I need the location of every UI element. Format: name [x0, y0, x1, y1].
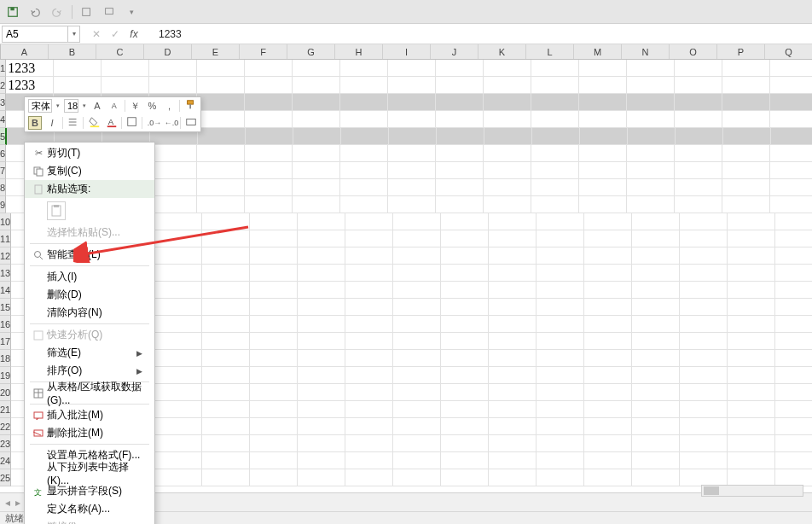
cell[interactable] [202, 435, 250, 452]
column-header[interactable]: F [240, 44, 287, 59]
cell[interactable] [680, 350, 728, 367]
cell[interactable] [298, 367, 345, 384]
column-header[interactable]: D [144, 44, 192, 59]
cell[interactable] [197, 77, 245, 94]
menu-delete[interactable]: 删除(D) [25, 286, 154, 304]
row-header[interactable]: 24 [0, 452, 11, 469]
row-header[interactable]: 9 [0, 196, 6, 213]
column-header[interactable]: K [478, 44, 526, 59]
cell[interactable] [197, 179, 245, 196]
menu-copy[interactable]: 复制(C) [25, 162, 154, 180]
column-header[interactable]: A [1, 44, 49, 59]
cell[interactable] [680, 452, 728, 469]
row-header[interactable]: 17 [0, 333, 11, 350]
cell[interactable] [345, 316, 393, 333]
cell[interactable] [489, 316, 536, 333]
cell[interactable] [197, 196, 245, 213]
cell[interactable] [441, 350, 489, 367]
redo-button[interactable] [49, 4, 65, 20]
cell[interactable] [770, 77, 812, 94]
cell[interactable] [579, 179, 627, 196]
cell[interactable] [250, 247, 298, 265]
cell[interactable] [54, 77, 102, 94]
cell[interactable] [202, 282, 250, 299]
cell[interactable] [154, 469, 202, 486]
cell[interactable] [293, 162, 340, 179]
cell[interactable] [584, 333, 632, 350]
row-header[interactable]: 21 [0, 401, 11, 418]
qat-icon-2[interactable] [102, 4, 117, 20]
cell[interactable] [584, 247, 632, 265]
cell[interactable] [728, 333, 775, 350]
column-header[interactable]: I [383, 44, 431, 59]
font-name-input[interactable]: 宋体 [28, 99, 52, 113]
cell[interactable] [202, 333, 250, 350]
name-box-dropdown[interactable]: ▾ [68, 26, 80, 43]
increase-font-button[interactable]: A [90, 100, 104, 112]
cell[interactable] [393, 282, 441, 299]
cell[interactable] [579, 77, 627, 94]
cell[interactable] [728, 367, 775, 384]
cell[interactable] [250, 316, 298, 333]
cell[interactable] [250, 213, 298, 230]
cell[interactable] [632, 367, 680, 384]
cell[interactable] [393, 265, 441, 282]
cell[interactable] [675, 111, 722, 128]
cell[interactable] [389, 128, 437, 145]
cell[interactable] [245, 111, 293, 128]
cell[interactable] [584, 469, 632, 486]
cell[interactable] [775, 213, 812, 230]
cell[interactable] [441, 299, 489, 316]
horizontal-scrollbar[interactable] [701, 485, 803, 497]
cell[interactable] [584, 350, 632, 367]
cell[interactable] [484, 111, 531, 128]
cell[interactable] [293, 128, 341, 145]
formula-bar-value[interactable]: 1233 [159, 28, 182, 40]
cell[interactable] [393, 367, 441, 384]
paste-option-button[interactable] [47, 201, 66, 220]
cell[interactable] [680, 213, 728, 230]
cell[interactable] [584, 418, 632, 435]
cell[interactable] [154, 452, 202, 469]
cell[interactable] [627, 196, 675, 213]
format-painter-button[interactable] [183, 98, 197, 114]
cell[interactable] [484, 179, 531, 196]
cell[interactable] [149, 196, 197, 213]
cell[interactable] [441, 265, 489, 282]
cell[interactable] [293, 111, 340, 128]
cell[interactable] [627, 94, 675, 111]
cell[interactable] [680, 401, 728, 418]
cell[interactable] [770, 196, 812, 213]
cell[interactable] [531, 179, 579, 196]
menu-filter[interactable]: 筛选(E)▶ [25, 344, 154, 362]
cell[interactable] [632, 401, 680, 418]
cell[interactable] [345, 401, 393, 418]
cell[interactable] [54, 60, 102, 77]
cell[interactable] [436, 111, 484, 128]
cell[interactable] [154, 265, 202, 282]
cell[interactable] [531, 94, 579, 111]
menu-get-data-from-table[interactable]: 从表格/区域获取数据(G)... [25, 384, 154, 402]
cell[interactable] [584, 401, 632, 418]
column-header[interactable]: M [574, 44, 622, 59]
cell[interactable] [728, 384, 775, 401]
cell[interactable] [250, 350, 298, 367]
cell[interactable] [154, 418, 202, 435]
cell[interactable] [340, 179, 388, 196]
cell[interactable] [489, 469, 536, 486]
cell[interactable] [632, 316, 680, 333]
cell[interactable] [489, 452, 536, 469]
cell[interactable] [197, 162, 245, 179]
cell[interactable] [298, 265, 345, 282]
cell[interactable] [436, 162, 484, 179]
cell[interactable] [388, 77, 436, 94]
align-button[interactable] [66, 115, 79, 131]
column-header[interactable]: G [287, 44, 335, 59]
row-header[interactable]: 16 [0, 316, 11, 333]
cell[interactable]: 1233 [6, 60, 54, 77]
column-header[interactable]: P [717, 44, 765, 59]
cell[interactable] [728, 213, 775, 230]
cell[interactable] [627, 145, 675, 162]
cell[interactable] [775, 435, 812, 452]
cell[interactable] [388, 162, 436, 179]
